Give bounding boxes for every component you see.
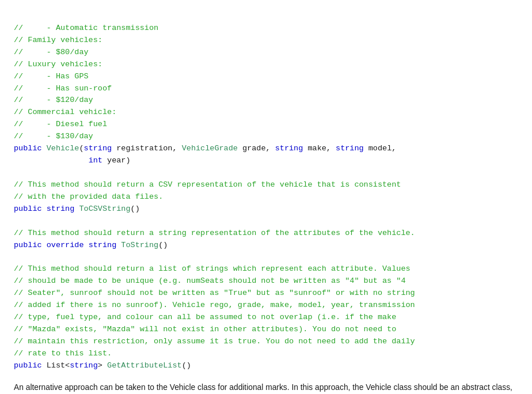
type-vehiclegrade: VehicleGrade bbox=[182, 144, 238, 153]
normal-17: () bbox=[182, 361, 191, 370]
comment-line-8: // Commercial vehicle: bbox=[14, 108, 116, 116]
comment-attr-6: // "Mazda" exists, "Mazda" will not exis… bbox=[14, 325, 396, 334]
prose-paragraph: An alternative approach can be taken to … bbox=[14, 381, 515, 394]
keyword-string-5: string bbox=[89, 241, 117, 249]
keyword-public-1: public bbox=[14, 144, 42, 153]
keyword-override: override bbox=[47, 241, 84, 249]
normal-4: grade, bbox=[238, 144, 275, 153]
comment-line-7: // - $120/day bbox=[14, 96, 93, 104]
comment-attr-3: // Seater", sunroof should not be writte… bbox=[14, 289, 415, 297]
keyword-string-4: string bbox=[47, 204, 75, 213]
comment-attr-8: // rate to this list. bbox=[14, 349, 112, 358]
method-getattributelist: GetAttributeList bbox=[107, 361, 182, 370]
comment-csv-1: // This method should return a CSV repre… bbox=[14, 180, 401, 189]
comment-line-5: // - Has GPS bbox=[14, 72, 89, 81]
keyword-string-6: string bbox=[70, 361, 98, 370]
comment-attr-4: // added if there is no sunroof). Vehicl… bbox=[14, 301, 415, 309]
keyword-public-2: public bbox=[14, 204, 42, 213]
comment-line-6: // - Has sun-roof bbox=[14, 84, 112, 93]
normal-3: registration, bbox=[112, 144, 182, 153]
comment-csv-2: // with the provided data files. bbox=[14, 192, 163, 201]
normal-5: make, bbox=[303, 144, 336, 153]
normal-2: ( bbox=[79, 144, 83, 153]
normal-14: () bbox=[158, 241, 168, 249]
comment-line-2: // Family vehicles: bbox=[14, 36, 102, 44]
comment-line-1: // - Automatic transmission bbox=[14, 24, 158, 32]
comment-attr-1: // This method should return a list of s… bbox=[14, 264, 411, 273]
comment-line-3: // - $80/day bbox=[14, 48, 89, 56]
normal-8 bbox=[42, 204, 47, 213]
keyword-int: int bbox=[89, 156, 102, 165]
prose-text: An alternative approach can be taken to … bbox=[14, 383, 512, 394]
comment-tostring-1: // This method should return a string re… bbox=[14, 229, 415, 237]
code-container: // - Automatic transmission // Family ve… bbox=[14, 10, 518, 372]
comment-attr-5: // type, fuel type, and colour can all b… bbox=[14, 313, 396, 321]
keyword-string-2: string bbox=[275, 144, 303, 153]
keyword-string-3: string bbox=[336, 144, 364, 153]
comment-line-9: // - Diesel fuel bbox=[14, 120, 107, 128]
normal-11 bbox=[42, 241, 47, 249]
normal-7: year) bbox=[102, 156, 131, 165]
comment-attr-2: // should be made to be unique (e.g. num… bbox=[14, 276, 406, 285]
normal-12 bbox=[84, 241, 89, 249]
keyword-public-3: public bbox=[14, 241, 42, 249]
normal-10: () bbox=[131, 204, 140, 213]
comment-line-4: // Luxury vehicles: bbox=[14, 60, 102, 69]
method-tocsvstring: ToCSVString bbox=[79, 204, 130, 213]
normal-indent bbox=[14, 156, 89, 165]
normal-15: List< bbox=[42, 361, 70, 370]
type-vehicle: Vehicle bbox=[47, 144, 79, 153]
keyword-public-4: public bbox=[14, 361, 42, 370]
normal-16: > bbox=[98, 361, 107, 370]
method-tostring: ToString bbox=[121, 241, 158, 249]
comment-attr-7: // maintain this restriction, only assum… bbox=[14, 337, 415, 346]
comment-line-10: // - $130/day bbox=[14, 132, 93, 141]
normal-6: model, bbox=[364, 144, 397, 153]
normal-1 bbox=[42, 144, 47, 153]
keyword-string-1: string bbox=[84, 144, 112, 153]
